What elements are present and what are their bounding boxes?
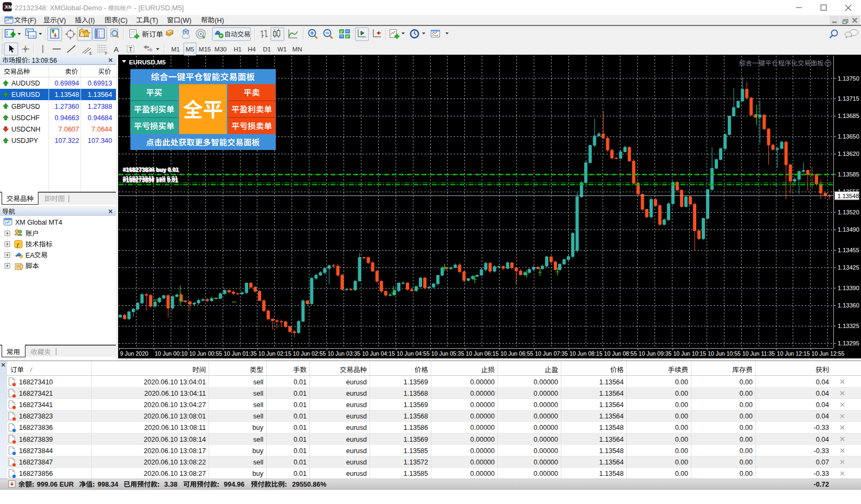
svg-text:(V): (V) bbox=[57, 17, 66, 24]
svg-text:168273844: 168273844 bbox=[19, 447, 53, 455]
svg-text:2020.06.10 13:08:22: 2020.06.10 13:08:22 bbox=[144, 459, 206, 466]
svg-text:168273421: 168273421 bbox=[19, 390, 53, 397]
svg-text:0.00: 0.00 bbox=[740, 401, 753, 409]
svg-text:10 Jun 02:15: 10 Jun 02:15 bbox=[258, 350, 292, 357]
svg-text:EURUSD,M5: EURUSD,M5 bbox=[129, 59, 166, 66]
svg-text:eurusd: eurusd bbox=[346, 470, 367, 477]
svg-text:0.00000: 0.00000 bbox=[534, 470, 558, 477]
svg-text:-0.33: -0.33 bbox=[814, 447, 830, 455]
svg-text:0.04: 0.04 bbox=[816, 378, 829, 386]
svg-text:168273847: 168273847 bbox=[19, 459, 53, 466]
svg-text:0.01: 0.01 bbox=[294, 459, 307, 466]
svg-text:168273836: 168273836 bbox=[19, 424, 53, 431]
svg-text:eurusd: eurusd bbox=[346, 413, 367, 420]
svg-text:(H): (H) bbox=[215, 17, 224, 24]
svg-text:10 Jun 00:55: 10 Jun 00:55 bbox=[189, 350, 222, 357]
svg-text:EURUSD: EURUSD bbox=[11, 91, 40, 99]
svg-text:0.00: 0.00 bbox=[675, 390, 688, 397]
svg-text:M30: M30 bbox=[215, 46, 226, 53]
svg-text:10 Jun 08:15: 10 Jun 08:15 bbox=[569, 350, 603, 357]
svg-text:0.04: 0.04 bbox=[816, 390, 829, 397]
svg-text:1.13455: 1.13455 bbox=[838, 247, 859, 253]
svg-text:0.00: 0.00 bbox=[675, 378, 688, 386]
svg-text:1.13568: 1.13568 bbox=[404, 413, 428, 420]
svg-text:999.06 EUR: 999.06 EUR bbox=[37, 481, 74, 488]
svg-text:0.00: 0.00 bbox=[675, 459, 688, 466]
svg-text:998.34: 998.34 bbox=[98, 481, 118, 488]
svg-text:0.00000: 0.00000 bbox=[534, 436, 558, 443]
svg-text:sell: sell bbox=[253, 378, 263, 386]
svg-text:USDCNH: USDCNH bbox=[11, 126, 40, 133]
svg-text:2020.06.10 13:04:11: 2020.06.10 13:04:11 bbox=[144, 390, 206, 397]
svg-text:sell: sell bbox=[253, 401, 263, 409]
svg-text:1.13564: 1.13564 bbox=[599, 401, 624, 409]
svg-text:10 Jun 12:15: 10 Jun 12:15 bbox=[777, 350, 810, 357]
svg-text:1.13295: 1.13295 bbox=[838, 340, 859, 346]
svg-text:0.00: 0.00 bbox=[740, 447, 753, 455]
svg-text:10 Jun 10:15: 10 Jun 10:15 bbox=[673, 350, 706, 357]
svg-text:USDCHF: USDCHF bbox=[11, 114, 40, 122]
svg-text:D1: D1 bbox=[263, 46, 271, 53]
svg-text:GBPUSD: GBPUSD bbox=[11, 103, 40, 110]
svg-text:buy: buy bbox=[253, 470, 264, 477]
svg-text:1.13548: 1.13548 bbox=[599, 424, 624, 431]
svg-text:XM Global MT4: XM Global MT4 bbox=[15, 219, 62, 226]
svg-text:7.0644: 7.0644 bbox=[92, 126, 112, 133]
svg-text:W1: W1 bbox=[277, 46, 287, 53]
svg-text:0.04: 0.04 bbox=[816, 401, 829, 409]
svg-text:0.04: 0.04 bbox=[816, 413, 829, 420]
svg-text:1.13585: 1.13585 bbox=[404, 447, 428, 455]
svg-text:0.00000: 0.00000 bbox=[534, 459, 558, 466]
svg-text:0.94663: 0.94663 bbox=[55, 114, 79, 122]
svg-text:0.00: 0.00 bbox=[675, 436, 688, 443]
svg-text:sell: sell bbox=[253, 390, 263, 397]
svg-text:M5: M5 bbox=[186, 46, 195, 53]
svg-text:0.94684: 0.94684 bbox=[88, 114, 112, 122]
svg-text:1.13564: 1.13564 bbox=[599, 436, 624, 443]
svg-text:#168273844 buy 0.01: #168273844 buy 0.01 bbox=[124, 167, 179, 173]
svg-text:1.13564: 1.13564 bbox=[599, 459, 624, 466]
svg-text:9 Jun 2020: 9 Jun 2020 bbox=[120, 350, 148, 357]
svg-text:E: E bbox=[89, 51, 92, 55]
svg-text:1.13568: 1.13568 bbox=[404, 390, 428, 397]
svg-text:M15: M15 bbox=[199, 46, 211, 53]
svg-text:0.00: 0.00 bbox=[740, 424, 753, 431]
svg-text:1.13715: 1.13715 bbox=[838, 95, 859, 102]
svg-text:0.00: 0.00 bbox=[740, 459, 753, 466]
svg-text:10 Jun 06:15: 10 Jun 06:15 bbox=[466, 350, 499, 357]
svg-text:EA: EA bbox=[25, 252, 35, 259]
svg-text:1.13548: 1.13548 bbox=[599, 470, 624, 477]
svg-text:0.00: 0.00 bbox=[675, 401, 688, 409]
svg-text:3.38: 3.38 bbox=[164, 481, 177, 488]
svg-text:1.13548: 1.13548 bbox=[599, 447, 624, 455]
svg-text:0.00: 0.00 bbox=[675, 424, 688, 431]
svg-text:1.13425: 1.13425 bbox=[838, 264, 859, 271]
svg-text:1.13520: 1.13520 bbox=[838, 209, 859, 215]
svg-text:1.13325: 1.13325 bbox=[838, 323, 859, 329]
svg-text:10 Jun 10:55: 10 Jun 10:55 bbox=[708, 350, 741, 357]
svg-text:1.13564: 1.13564 bbox=[599, 413, 624, 420]
svg-text:0.00000: 0.00000 bbox=[470, 424, 495, 431]
svg-text:1.13360: 1.13360 bbox=[838, 302, 859, 309]
svg-text:107.340: 107.340 bbox=[88, 137, 112, 145]
svg-text:eurusd: eurusd bbox=[346, 459, 367, 466]
svg-text:0.00: 0.00 bbox=[740, 390, 753, 397]
svg-text:#168273839 sell 0.01: #168273839 sell 0.01 bbox=[123, 177, 178, 184]
svg-text:0.07: 0.07 bbox=[816, 459, 829, 466]
svg-text:eurusd: eurusd bbox=[346, 424, 367, 431]
svg-text:0.00: 0.00 bbox=[675, 447, 688, 455]
svg-text:1.13564: 1.13564 bbox=[599, 378, 624, 386]
svg-text:10 Jun 04:15: 10 Jun 04:15 bbox=[362, 350, 395, 357]
svg-text:AUDUSD: AUDUSD bbox=[11, 80, 40, 87]
svg-text:10 Jun 08:55: 10 Jun 08:55 bbox=[604, 350, 637, 357]
svg-text:1.13569: 1.13569 bbox=[404, 378, 428, 386]
svg-text:1.13548: 1.13548 bbox=[838, 193, 859, 199]
svg-text:1.13569: 1.13569 bbox=[404, 436, 428, 443]
svg-text:10 Jun 02:55: 10 Jun 02:55 bbox=[293, 350, 326, 357]
svg-text:0.00000: 0.00000 bbox=[534, 401, 558, 409]
svg-text:10 Jun 07:35: 10 Jun 07:35 bbox=[535, 350, 568, 357]
svg-text:0.01: 0.01 bbox=[294, 401, 307, 409]
svg-text:H4: H4 bbox=[248, 46, 256, 53]
svg-text:eurusd: eurusd bbox=[346, 401, 367, 409]
svg-text:0.00000: 0.00000 bbox=[470, 447, 495, 455]
